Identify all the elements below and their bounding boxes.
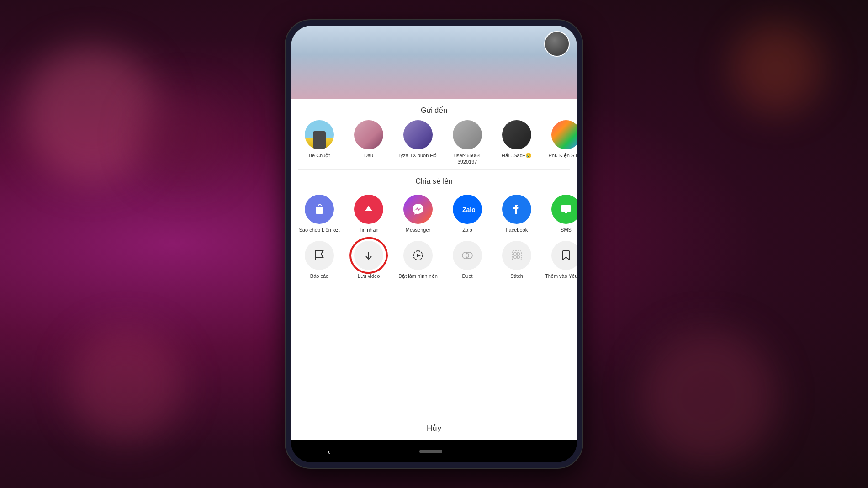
report-icon <box>305 241 334 270</box>
share-tin-label: Tin nhắn <box>359 227 378 233</box>
svg-rect-10 <box>512 251 521 260</box>
svg-rect-13 <box>514 256 516 258</box>
nav-back-button[interactable]: ‹ <box>328 446 331 457</box>
bokeh-blob-4 <box>640 328 777 465</box>
beach-avatar <box>305 120 334 149</box>
share-apps-row: Sao chép Liên kết Tin nhắn <box>291 191 577 237</box>
action-bookmark-label: Thêm vào Yêu thíc <box>545 273 577 279</box>
save-video-icon <box>354 241 383 270</box>
copy-link-icon <box>305 195 334 224</box>
share-zalo-label: Zalo <box>462 227 472 233</box>
facebook-icon <box>502 195 531 224</box>
action-stitch[interactable]: Stitch <box>494 241 540 279</box>
contact-item[interactable]: Dâu <box>346 120 392 165</box>
contact-name-2: Dâu <box>364 152 373 159</box>
phone-nav-bar: ‹ <box>291 440 577 462</box>
phone-frame: Gửi đến Bé Chuột Dâu <box>286 20 582 468</box>
cancel-button[interactable]: Hủy <box>291 416 577 440</box>
share-copy-label: Sao chép Liên kết <box>299 227 340 233</box>
share-facebook-label: Facebook <box>506 227 528 233</box>
contact-name-3: Iyza TX buôn Hồ <box>399 152 437 159</box>
bokeh-blob-5 <box>731 23 822 114</box>
tin-nhan-icon <box>354 195 383 224</box>
stitch-icon <box>502 241 531 270</box>
svg-text:Zalo: Zalo <box>462 206 475 213</box>
avatar <box>544 31 570 57</box>
bokeh-blob-2 <box>69 328 183 442</box>
share-facebook[interactable]: Facebook <box>494 195 540 233</box>
action-report[interactable]: Báo cáo <box>296 241 342 279</box>
share-messenger[interactable]: Messenger <box>395 195 441 233</box>
video-subject <box>291 26 577 99</box>
svg-rect-14 <box>517 256 519 258</box>
contact-item[interactable]: Iyza TX buôn Hồ <box>395 120 441 165</box>
contact-name-4: user465064 3920197 <box>445 152 490 165</box>
share-title: Chia sẻ lên <box>291 170 577 191</box>
nav-home-indicator[interactable] <box>419 450 442 453</box>
action-wallpaper[interactable]: Đặt làm hình nền <box>395 241 441 279</box>
contacts-row: Bé Chuột Dâu Iyza TX buôn Hồ user465064 … <box>291 120 577 169</box>
bookmark-icon <box>551 241 577 270</box>
contact-item[interactable]: user465064 3920197 <box>445 120 490 165</box>
duet-icon <box>453 241 482 270</box>
bokeh-blob-1 <box>23 46 160 183</box>
action-stitch-label: Stitch <box>510 273 523 279</box>
svg-point-9 <box>466 252 472 259</box>
svg-rect-11 <box>514 253 516 255</box>
svg-marker-1 <box>365 206 372 211</box>
contact-avatar-3 <box>403 120 433 149</box>
avatar-image <box>545 32 569 56</box>
action-duet[interactable]: Duet <box>445 241 490 279</box>
action-bookmark[interactable]: Thêm vào Yêu thíc <box>543 241 577 279</box>
contact-avatar-4 <box>453 120 482 149</box>
contact-avatar-1 <box>305 120 334 149</box>
action-save-video[interactable]: Lưu video <box>346 241 392 279</box>
contact-name-1: Bé Chuột <box>309 152 330 159</box>
action-duet-label: Duet <box>462 273 472 279</box>
contact-item[interactable]: Bé Chuột <box>296 120 342 165</box>
sms-icon <box>551 195 577 224</box>
person-shape <box>313 131 326 149</box>
video-preview <box>291 26 577 99</box>
contact-avatar-2 <box>354 120 383 149</box>
share-zalo[interactable]: Zalo Zalo <box>445 195 490 233</box>
messenger-icon <box>403 195 433 224</box>
contact-item[interactable]: Hải...Sad+😢 <box>494 120 540 165</box>
contact-name-6: Phụ Kiện S Hot <box>549 152 577 159</box>
share-tin-nhan[interactable]: Tin nhắn <box>346 195 392 233</box>
contact-item[interactable]: Phụ Kiện S Hot <box>543 120 577 165</box>
send-to-title: Gửi đến <box>291 99 577 120</box>
contact-avatar-5 <box>502 120 531 149</box>
phone-screen: Gửi đến Bé Chuột Dâu <box>291 26 577 462</box>
share-copy-link[interactable]: Sao chép Liên kết <box>296 195 342 233</box>
svg-point-8 <box>462 252 469 259</box>
contact-avatar-6 <box>551 120 577 149</box>
action-report-label: Báo cáo <box>310 273 328 279</box>
bokeh-blob-3 <box>137 91 228 183</box>
svg-rect-12 <box>517 253 519 255</box>
share-sms[interactable]: SMS <box>543 195 577 233</box>
actions-row: Báo cáo Lưu video <box>291 237 577 283</box>
bottom-sheet: Gửi đến Bé Chuột Dâu <box>291 99 577 440</box>
action-wallpaper-label: Đặt làm hình nền <box>398 273 438 279</box>
share-sms-label: SMS <box>561 227 572 233</box>
contact-name-5: Hải...Sad+😢 <box>502 152 532 159</box>
share-messenger-label: Messenger <box>406 227 430 233</box>
wallpaper-icon <box>403 241 433 270</box>
zalo-icon: Zalo <box>453 195 482 224</box>
action-save-label: Lưu video <box>358 273 380 279</box>
svg-marker-7 <box>417 254 421 257</box>
